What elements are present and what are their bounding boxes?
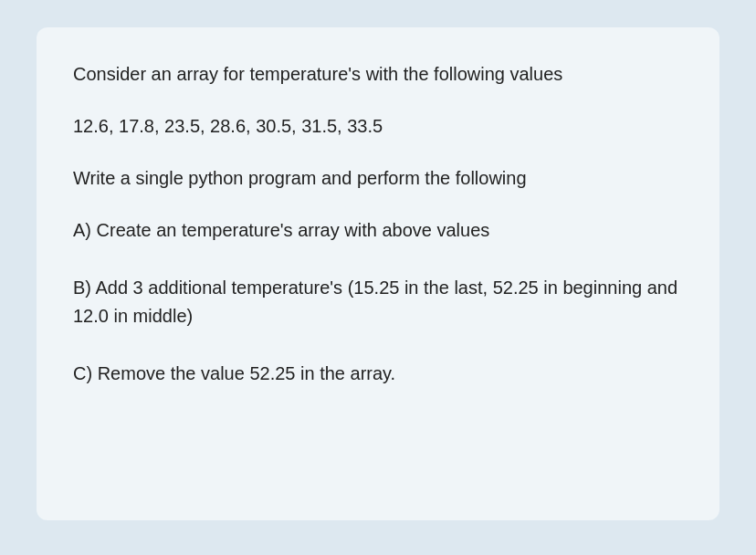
task-b-text: B) Add 3 additional temperature's (15.25… <box>73 274 683 330</box>
content-card: Consider an array for temperature's with… <box>37 27 719 520</box>
values-text: 12.6, 17.8, 23.5, 28.6, 30.5, 31.5, 33.5 <box>73 112 683 141</box>
intro-text: Consider an array for temperature's with… <box>73 60 683 89</box>
instruction-text: Write a single python program and perfor… <box>73 164 683 193</box>
task-c-text: C) Remove the value 52.25 in the array. <box>73 360 683 388</box>
task-a-text: A) Create an temperature's array with ab… <box>73 216 683 245</box>
